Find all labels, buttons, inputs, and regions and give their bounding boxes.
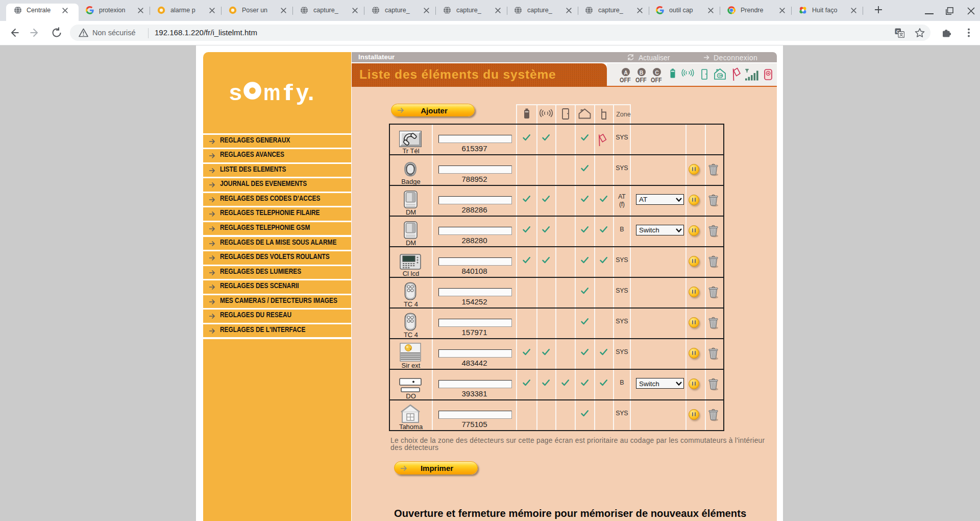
svg-text:OK: OK: [718, 74, 723, 77]
